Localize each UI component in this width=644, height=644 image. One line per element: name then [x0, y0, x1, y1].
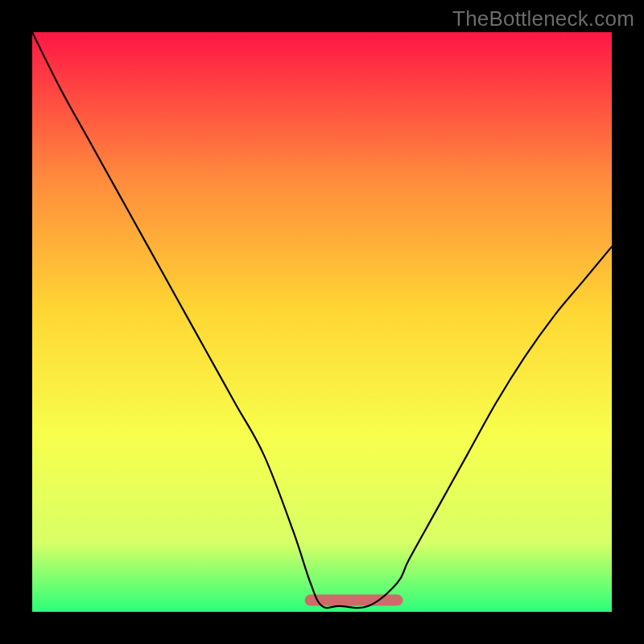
curve-layer	[32, 32, 612, 612]
bottleneck-curve	[32, 32, 612, 608]
watermark-text: TheBottleneck.com	[452, 6, 634, 31]
plot-area	[32, 32, 612, 612]
chart-frame: TheBottleneck.com	[0, 0, 644, 644]
